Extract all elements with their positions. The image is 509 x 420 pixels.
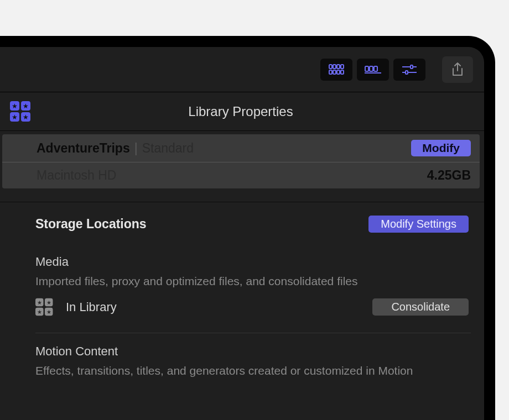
svg-rect-7 xyxy=(341,70,344,74)
svg-rect-0 xyxy=(329,65,332,69)
motion-description: Effects, transitions, titles, and genera… xyxy=(35,364,469,377)
svg-rect-1 xyxy=(333,65,336,69)
filmstrip-icon xyxy=(365,66,381,74)
panel-title: Library Properties xyxy=(8,104,473,119)
device-frame: ★★★★ Library Properties AdventureTrips |… xyxy=(0,36,495,420)
svg-rect-15 xyxy=(406,71,408,74)
sliders-view-button[interactable] xyxy=(393,59,425,81)
library-mode: Standard xyxy=(142,141,194,156)
svg-rect-9 xyxy=(370,66,373,71)
sliders-icon xyxy=(402,64,417,75)
panel-header: ★★★★ Library Properties xyxy=(0,92,484,131)
library-size: 4.25GB xyxy=(427,168,471,183)
toolbar xyxy=(0,47,484,92)
library-location-icon: ★★★★ xyxy=(35,298,53,316)
library-location-row: Macintosh HD 4.25GB xyxy=(2,162,480,188)
storage-locations-header: Storage Locations Modify Settings xyxy=(35,216,469,233)
storage-locations-section: Storage Locations Modify Settings Media … xyxy=(0,202,484,317)
media-location-label: In Library xyxy=(66,300,117,314)
modify-settings-button[interactable]: Modify Settings xyxy=(368,216,469,233)
media-description: Imported files, proxy and optimized file… xyxy=(35,275,469,288)
svg-rect-3 xyxy=(341,65,344,69)
svg-rect-10 xyxy=(374,66,377,71)
consolidate-button[interactable]: Consolidate xyxy=(372,298,469,316)
media-title: Media xyxy=(35,255,469,269)
storage-locations-title: Storage Locations xyxy=(35,217,147,232)
grid-icon xyxy=(329,64,344,75)
svg-rect-5 xyxy=(333,70,336,74)
svg-rect-2 xyxy=(337,65,340,69)
library-disk: Macintosh HD xyxy=(37,168,116,183)
motion-content-subsection: Motion Content Effects, transitions, tit… xyxy=(0,333,484,377)
filmstrip-view-button[interactable] xyxy=(357,59,389,81)
modify-button[interactable]: Modify xyxy=(411,140,471,156)
library-name: AdventureTrips xyxy=(37,141,130,156)
media-subsection: Media Imported files, proxy and optimize… xyxy=(35,255,469,317)
svg-rect-8 xyxy=(365,66,368,71)
share-icon xyxy=(451,62,464,77)
library-separator: | xyxy=(130,141,142,156)
view-mode-segmented xyxy=(320,59,425,81)
library-info-block: AdventureTrips | Standard Modify Macinto… xyxy=(2,134,480,188)
svg-rect-6 xyxy=(337,70,340,74)
inspector-panel: ★★★★ Library Properties AdventureTrips |… xyxy=(0,47,484,420)
motion-title: Motion Content xyxy=(35,344,469,359)
library-name-row: AdventureTrips | Standard Modify xyxy=(2,134,480,162)
svg-rect-4 xyxy=(329,70,332,74)
share-button[interactable] xyxy=(442,56,473,83)
grid-view-button[interactable] xyxy=(320,59,352,81)
svg-rect-13 xyxy=(411,65,413,69)
media-location-row: ★★★★ In Library Consolidate xyxy=(35,297,469,317)
